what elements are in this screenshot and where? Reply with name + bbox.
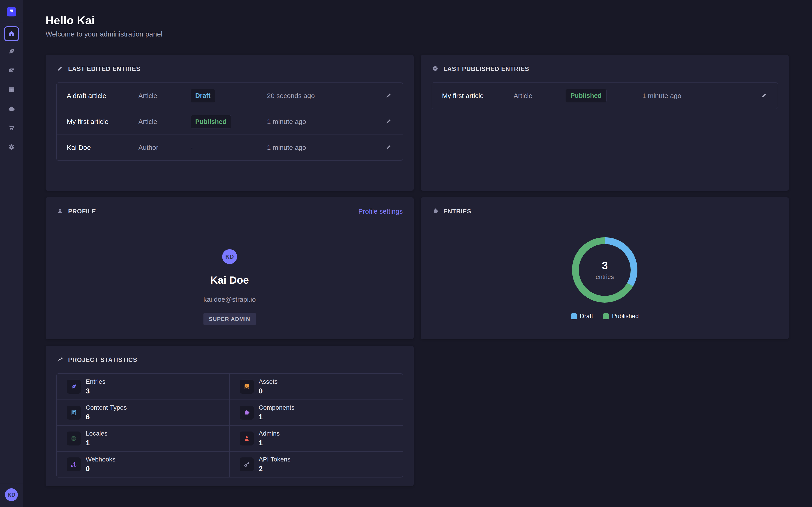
profile-card: PROFILE Profile settings KD Kai Doe kai.…: [46, 198, 414, 339]
person-icon: [240, 432, 254, 446]
stat-label: Entries: [86, 378, 105, 385]
card-title: PROJECT STATISTICS: [68, 356, 137, 363]
profile-avatar: KD: [222, 249, 237, 264]
last-published-entries-card: LAST PUBLISHED ENTRIES My first article …: [421, 55, 789, 191]
page-subtitle: Welcome to your administration panel: [46, 30, 789, 38]
edit-entry-button[interactable]: [385, 144, 392, 152]
edit-entry-button[interactable]: [385, 92, 392, 100]
legend-item-published: Published: [603, 313, 639, 320]
entry-type: Article: [514, 92, 566, 100]
check-circle-icon: [432, 65, 439, 73]
entries-unit: entries: [596, 274, 614, 281]
strapi-logo-icon: [8, 8, 15, 15]
entries-card: ENTRIES 3 entries Draft: [421, 198, 789, 339]
sidebar-nav: [7, 47, 16, 152]
stat-content-types: Content-Types 6: [57, 399, 230, 426]
entry-name: A draft article: [67, 92, 139, 100]
card-title: PROFILE: [68, 208, 96, 215]
draft-swatch: [571, 313, 577, 319]
pencil-icon: [760, 96, 768, 100]
entry-time: 1 minute ago: [642, 92, 735, 100]
stat-label: Components: [259, 404, 295, 411]
table-row[interactable]: A draft article Article Draft 20 seconds…: [57, 83, 403, 109]
stat-webhooks: Webhooks 0: [57, 451, 230, 477]
key-icon: [240, 457, 254, 471]
status-empty: -: [191, 144, 193, 151]
stat-value: 1: [259, 439, 280, 447]
last-published-table: My first article Article Published 1 min…: [432, 82, 778, 109]
entry-time: 20 seconds ago: [267, 92, 360, 100]
webhook-icon: [67, 457, 81, 471]
entry-name: My first article: [442, 92, 514, 100]
stat-label: Locales: [86, 430, 108, 437]
sidebar-item-marketplace[interactable]: [7, 124, 16, 133]
sidebar-user-avatar[interactable]: KD: [5, 488, 18, 501]
entry-type: Article: [139, 92, 191, 100]
pencil-icon: [56, 65, 64, 73]
status-badge: Draft: [191, 89, 215, 102]
sidebar-item-content-type-builder[interactable]: [7, 86, 16, 95]
stat-entries: Entries 3: [57, 374, 230, 399]
home-icon: [8, 30, 15, 38]
stat-admins: Admins 1: [230, 426, 403, 451]
entry-name: My first article: [67, 118, 139, 125]
feather-icon: [67, 380, 81, 394]
stat-assets: Assets 0: [230, 374, 403, 399]
stat-locales: Locales 1: [57, 426, 230, 451]
edit-entry-button[interactable]: [385, 118, 392, 126]
pencil-icon: [385, 96, 392, 100]
card-title: LAST PUBLISHED ENTRIES: [444, 66, 529, 72]
sidebar-item-deploy[interactable]: [7, 105, 16, 114]
sidebar-item-media-library[interactable]: [7, 66, 16, 75]
globe-icon: [67, 432, 81, 446]
entries-count: 3: [602, 259, 608, 272]
status-badge: Published: [566, 89, 607, 102]
stat-label: API Tokens: [259, 456, 291, 463]
published-swatch: [603, 313, 609, 319]
statistics-table: Entries 3 Assets 0: [56, 374, 403, 477]
status-badge: Published: [191, 115, 232, 128]
main-content: Hello Kai Welcome to your administration…: [23, 0, 812, 507]
strapi-logo[interactable]: [7, 7, 16, 16]
entry-time: 1 minute ago: [267, 118, 360, 125]
stat-label: Content-Types: [86, 404, 127, 411]
layout-icon: [7, 86, 15, 95]
profile-email: kai.doe@strapi.io: [203, 296, 256, 303]
entry-name: Kai Doe: [67, 144, 139, 152]
cloud-icon: [7, 105, 15, 114]
table-row[interactable]: My first article Article Published 1 min…: [57, 109, 403, 134]
stat-value: 6: [86, 413, 127, 421]
pencil-icon: [385, 148, 392, 152]
entry-time: 1 minute ago: [267, 144, 360, 152]
trend-up-icon: [56, 356, 64, 364]
card-title: ENTRIES: [444, 208, 471, 215]
last-edited-entries-card: LAST EDITED ENTRIES A draft article Arti…: [46, 55, 414, 191]
layout-icon: [67, 406, 81, 419]
sidebar-item-settings[interactable]: [7, 143, 16, 152]
stat-value: 2: [259, 465, 291, 473]
stat-label: Assets: [259, 378, 278, 385]
stat-value: 1: [86, 439, 108, 447]
card-title: LAST EDITED ENTRIES: [68, 66, 141, 72]
sidebar-item-content-manager[interactable]: [7, 47, 16, 56]
sidebar-item-home[interactable]: [4, 26, 19, 41]
entries-donut-chart: 3 entries: [571, 236, 639, 304]
puzzle-icon: [432, 207, 439, 215]
sidebar-divider: [0, 23, 23, 23]
cart-icon: [7, 124, 15, 133]
stat-value: 0: [86, 465, 115, 473]
pencil-icon: [385, 122, 392, 125]
person-icon: [56, 207, 64, 215]
stat-value: 1: [259, 413, 295, 421]
stat-value: 0: [259, 387, 278, 395]
stat-value: 3: [86, 387, 105, 395]
stat-label: Admins: [259, 430, 280, 437]
table-row[interactable]: My first article Article Published 1 min…: [432, 83, 778, 109]
stat-api-tokens: API Tokens 2: [230, 451, 403, 477]
table-row[interactable]: Kai Doe Author - 1 minute ago: [57, 134, 403, 160]
edit-entry-button[interactable]: [760, 92, 768, 100]
sidebar: KD: [0, 0, 23, 507]
profile-name: Kai Doe: [210, 274, 249, 286]
gear-icon: [7, 143, 15, 152]
profile-settings-link[interactable]: Profile settings: [358, 208, 403, 215]
